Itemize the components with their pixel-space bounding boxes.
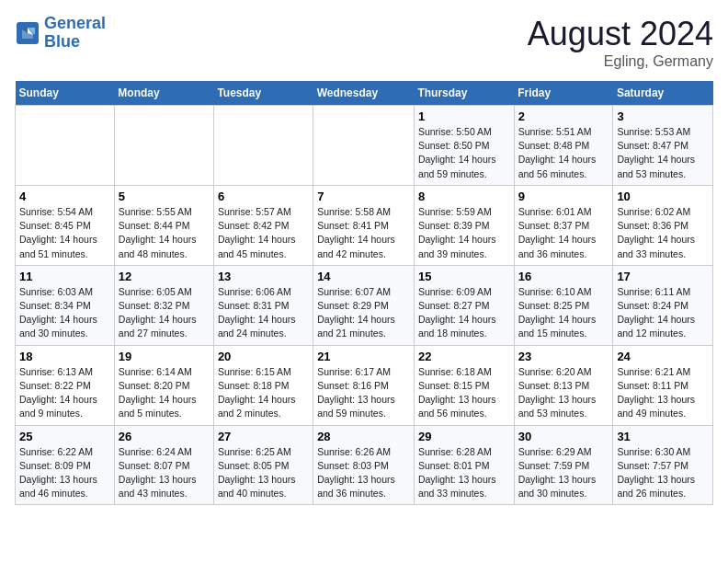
- calendar-cell: 19Sunrise: 6:14 AM Sunset: 8:20 PM Dayli…: [114, 345, 213, 425]
- day-number: 31: [617, 430, 709, 443]
- day-info: Sunrise: 6:02 AM Sunset: 8:36 PM Dayligh…: [617, 205, 709, 261]
- weekday-header-friday: Friday: [514, 81, 613, 106]
- calendar-cell: 22Sunrise: 6:18 AM Sunset: 8:15 PM Dayli…: [414, 345, 514, 425]
- calendar-cell: 6Sunrise: 5:57 AM Sunset: 8:42 PM Daylig…: [213, 185, 313, 265]
- day-number: 6: [218, 190, 309, 203]
- logo-line1: General: [44, 14, 106, 32]
- weekday-header-thursday: Thursday: [414, 81, 514, 106]
- calendar-week-4: 18Sunrise: 6:13 AM Sunset: 8:22 PM Dayli…: [16, 345, 713, 425]
- day-info: Sunrise: 6:06 AM Sunset: 8:31 PM Dayligh…: [218, 285, 309, 341]
- calendar-cell: 25Sunrise: 6:22 AM Sunset: 8:09 PM Dayli…: [16, 425, 115, 505]
- day-info: Sunrise: 6:07 AM Sunset: 8:29 PM Dayligh…: [317, 285, 410, 341]
- calendar-cell: 23Sunrise: 6:20 AM Sunset: 8:13 PM Dayli…: [514, 345, 613, 425]
- day-info: Sunrise: 6:25 AM Sunset: 8:05 PM Dayligh…: [218, 445, 309, 501]
- day-number: 12: [119, 270, 210, 283]
- day-number: 28: [317, 430, 410, 443]
- day-info: Sunrise: 6:15 AM Sunset: 8:18 PM Dayligh…: [218, 365, 309, 421]
- day-number: 21: [317, 350, 410, 363]
- calendar-cell: 12Sunrise: 6:05 AM Sunset: 8:32 PM Dayli…: [114, 265, 213, 345]
- calendar-cell: 17Sunrise: 6:11 AM Sunset: 8:24 PM Dayli…: [613, 265, 713, 345]
- day-number: 16: [518, 270, 609, 283]
- day-info: Sunrise: 6:18 AM Sunset: 8:15 PM Dayligh…: [418, 365, 510, 421]
- calendar-cell: 7Sunrise: 5:58 AM Sunset: 8:41 PM Daylig…: [313, 185, 415, 265]
- day-number: 5: [119, 190, 210, 203]
- day-info: Sunrise: 5:53 AM Sunset: 8:47 PM Dayligh…: [617, 125, 709, 181]
- calendar-subtitle: Egling, Germany: [528, 53, 713, 70]
- calendar-cell: 8Sunrise: 5:59 AM Sunset: 8:39 PM Daylig…: [414, 185, 514, 265]
- calendar-cell: 3Sunrise: 5:53 AM Sunset: 8:47 PM Daylig…: [613, 106, 713, 186]
- calendar-cell: 5Sunrise: 5:55 AM Sunset: 8:44 PM Daylig…: [114, 185, 213, 265]
- day-number: 17: [617, 270, 709, 283]
- calendar-week-5: 25Sunrise: 6:22 AM Sunset: 8:09 PM Dayli…: [16, 425, 713, 505]
- day-number: 8: [418, 190, 510, 203]
- calendar-cell: 13Sunrise: 6:06 AM Sunset: 8:31 PM Dayli…: [213, 265, 313, 345]
- calendar-cell: 14Sunrise: 6:07 AM Sunset: 8:29 PM Dayli…: [313, 265, 415, 345]
- day-info: Sunrise: 6:30 AM Sunset: 7:57 PM Dayligh…: [617, 445, 709, 501]
- day-number: 15: [418, 270, 510, 283]
- calendar-cell: 15Sunrise: 6:09 AM Sunset: 8:27 PM Dayli…: [414, 265, 514, 345]
- weekday-header-tuesday: Tuesday: [213, 81, 313, 106]
- day-info: Sunrise: 6:22 AM Sunset: 8:09 PM Dayligh…: [19, 445, 110, 501]
- calendar-cell: 24Sunrise: 6:21 AM Sunset: 8:11 PM Dayli…: [613, 345, 713, 425]
- day-info: Sunrise: 6:13 AM Sunset: 8:22 PM Dayligh…: [19, 365, 110, 421]
- calendar-cell: [16, 106, 115, 186]
- calendar-cell: 10Sunrise: 6:02 AM Sunset: 8:36 PM Dayli…: [613, 185, 713, 265]
- day-number: 24: [617, 350, 709, 363]
- day-number: 18: [19, 350, 110, 363]
- day-info: Sunrise: 6:17 AM Sunset: 8:16 PM Dayligh…: [317, 365, 410, 421]
- logo: General Blue: [15, 15, 106, 52]
- calendar-cell: 29Sunrise: 6:28 AM Sunset: 8:01 PM Dayli…: [414, 425, 514, 505]
- calendar-table: SundayMondayTuesdayWednesdayThursdayFrid…: [15, 81, 713, 505]
- day-info: Sunrise: 6:21 AM Sunset: 8:11 PM Dayligh…: [617, 365, 709, 421]
- page-header: General Blue August 2024 Egling, Germany: [15, 15, 713, 70]
- day-number: 20: [218, 350, 309, 363]
- calendar-cell: 28Sunrise: 6:26 AM Sunset: 8:03 PM Dayli…: [313, 425, 415, 505]
- day-number: 2: [518, 109, 609, 123]
- calendar-cell: 21Sunrise: 6:17 AM Sunset: 8:16 PM Dayli…: [313, 345, 415, 425]
- day-number: 11: [19, 270, 110, 283]
- day-info: Sunrise: 5:59 AM Sunset: 8:39 PM Dayligh…: [418, 205, 510, 261]
- calendar-cell: 1Sunrise: 5:50 AM Sunset: 8:50 PM Daylig…: [414, 106, 514, 186]
- day-info: Sunrise: 5:58 AM Sunset: 8:41 PM Dayligh…: [317, 205, 410, 261]
- calendar-cell: 27Sunrise: 6:25 AM Sunset: 8:05 PM Dayli…: [213, 425, 313, 505]
- calendar-cell: 26Sunrise: 6:24 AM Sunset: 8:07 PM Dayli…: [114, 425, 213, 505]
- day-info: Sunrise: 5:50 AM Sunset: 8:50 PM Dayligh…: [418, 125, 510, 181]
- calendar-cell: 16Sunrise: 6:10 AM Sunset: 8:25 PM Dayli…: [514, 265, 613, 345]
- calendar-cell: 4Sunrise: 5:54 AM Sunset: 8:45 PM Daylig…: [16, 185, 115, 265]
- day-info: Sunrise: 5:54 AM Sunset: 8:45 PM Dayligh…: [19, 205, 110, 261]
- day-info: Sunrise: 6:05 AM Sunset: 8:32 PM Dayligh…: [119, 285, 210, 341]
- calendar-week-2: 4Sunrise: 5:54 AM Sunset: 8:45 PM Daylig…: [16, 185, 713, 265]
- weekday-header-monday: Monday: [114, 81, 213, 106]
- weekday-header-row: SundayMondayTuesdayWednesdayThursdayFrid…: [16, 81, 713, 106]
- day-info: Sunrise: 6:14 AM Sunset: 8:20 PM Dayligh…: [119, 365, 210, 421]
- day-number: 7: [317, 190, 410, 203]
- day-info: Sunrise: 6:10 AM Sunset: 8:25 PM Dayligh…: [518, 285, 609, 341]
- day-info: Sunrise: 6:03 AM Sunset: 8:34 PM Dayligh…: [19, 285, 110, 341]
- logo-line2: Blue: [44, 32, 80, 51]
- day-info: Sunrise: 5:57 AM Sunset: 8:42 PM Dayligh…: [218, 205, 309, 261]
- day-number: 26: [119, 430, 210, 443]
- calendar-cell: [114, 106, 213, 186]
- day-info: Sunrise: 6:20 AM Sunset: 8:13 PM Dayligh…: [518, 365, 609, 421]
- day-info: Sunrise: 5:55 AM Sunset: 8:44 PM Dayligh…: [119, 205, 210, 261]
- title-block: August 2024 Egling, Germany: [528, 15, 713, 70]
- day-number: 27: [218, 430, 309, 443]
- weekday-header-wednesday: Wednesday: [313, 81, 415, 106]
- day-number: 1: [418, 109, 510, 123]
- day-info: Sunrise: 6:26 AM Sunset: 8:03 PM Dayligh…: [317, 445, 410, 501]
- calendar-cell: 18Sunrise: 6:13 AM Sunset: 8:22 PM Dayli…: [16, 345, 115, 425]
- day-number: 23: [518, 350, 609, 363]
- day-number: 22: [418, 350, 510, 363]
- day-number: 14: [317, 270, 410, 283]
- day-number: 9: [518, 190, 609, 203]
- day-info: Sunrise: 6:09 AM Sunset: 8:27 PM Dayligh…: [418, 285, 510, 341]
- weekday-header-sunday: Sunday: [16, 81, 115, 106]
- logo-icon: [15, 20, 40, 46]
- day-info: Sunrise: 6:11 AM Sunset: 8:24 PM Dayligh…: [617, 285, 709, 341]
- day-number: 13: [218, 270, 309, 283]
- logo-text: General Blue: [44, 15, 106, 52]
- day-info: Sunrise: 6:24 AM Sunset: 8:07 PM Dayligh…: [119, 445, 210, 501]
- day-number: 4: [19, 190, 110, 203]
- calendar-week-3: 11Sunrise: 6:03 AM Sunset: 8:34 PM Dayli…: [16, 265, 713, 345]
- day-info: Sunrise: 5:51 AM Sunset: 8:48 PM Dayligh…: [518, 125, 609, 181]
